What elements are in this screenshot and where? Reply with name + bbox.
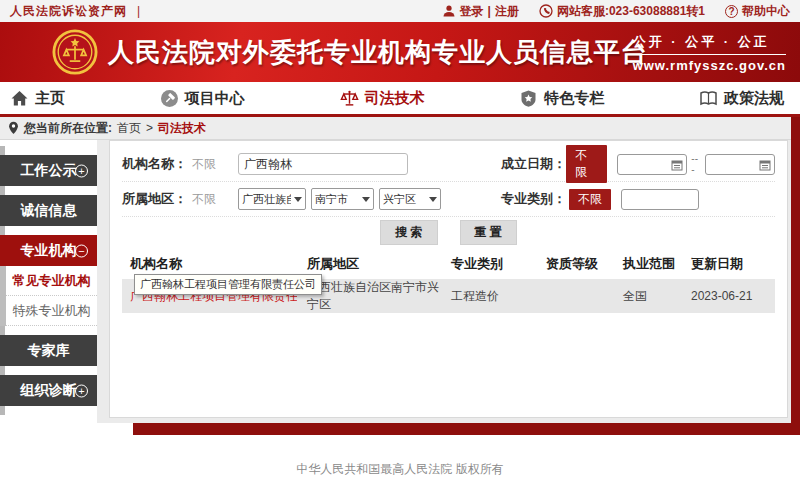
cell-updated: 2023-06-21 (687, 279, 775, 313)
sidebar-item-label: 专家库 (28, 342, 70, 360)
divider (0, 406, 5, 415)
user-icon (442, 4, 456, 18)
date-from-input[interactable] (617, 154, 687, 175)
submenu-item-common-orgs[interactable]: 常见专业机构 (6, 266, 97, 296)
nav-item-home[interactable]: 主页 (10, 89, 65, 108)
col-header-grade: 资质等级 (542, 249, 617, 279)
main-nav: 主页 项目中心 司法技术 特色专栏 政策法规 (0, 82, 800, 117)
category-input[interactable] (621, 189, 699, 210)
reset-button[interactable]: 重 置 (460, 220, 517, 245)
cell-grade (542, 279, 617, 313)
book-icon (699, 89, 718, 108)
district-select[interactable]: 兴宁区 (379, 188, 441, 210)
sidebar-item-label: 专业机构 (21, 242, 77, 260)
calendar-icon (671, 159, 683, 171)
sidebar-item-label: 组织诊断 (21, 382, 77, 400)
divider (133, 423, 800, 435)
nav-label: 司法技术 (365, 89, 425, 108)
nav-item-policy[interactable]: 政策法规 (699, 89, 784, 108)
help-group[interactable]: ? 帮助中心 (725, 3, 790, 20)
breadcrumb: 您当前所在位置: 首页 > 司法技术 (0, 117, 800, 140)
page: 人民法院诉讼资产网 | 登录 | 注册 网站客服:023-63088881转1 … (0, 0, 800, 484)
top-utility-bar: 人民法院诉讼资产网 | 登录 | 注册 网站客服:023-63088881转1 … (0, 0, 800, 22)
submenu-item-special-orgs[interactable]: 特殊专业机构 (6, 296, 97, 326)
region-group: 所属地区： 不限 广西壮族自治 南宁市 兴宁区 (122, 188, 446, 210)
org-name-unlimited[interactable]: 不限 (192, 156, 216, 173)
province-select[interactable]: 广西壮族自治 (238, 188, 306, 210)
login-link[interactable]: 登录 (460, 3, 484, 20)
category-group: 专业类别： 不限 (501, 189, 775, 210)
hotline-group: 网站客服:023-63088881转1 (539, 3, 705, 20)
nav-label: 项目中心 (185, 89, 245, 108)
register-link[interactable]: 注册 (495, 3, 519, 20)
cell-category: 工程造价 (447, 279, 542, 313)
expand-icon[interactable]: + (75, 384, 88, 397)
breadcrumb-separator: > (146, 121, 153, 135)
content-body: 工作公示 + 诚信信息 专业机构 − 常见专业机构 特殊专业机构 专家库 (0, 140, 800, 423)
divider: | (137, 4, 140, 18)
form-row-2: 所属地区： 不限 广西壮族自治 南宁市 兴宁区 专业类别： 不限 (122, 182, 775, 217)
sidebar-item-expert-library[interactable]: 专家库 (0, 335, 97, 366)
province-value: 广西壮族自治 (242, 192, 291, 207)
sidebar-item-professional-orgs[interactable]: 专业机构 − (0, 235, 97, 266)
divider (0, 186, 5, 195)
nav-label: 主页 (35, 89, 65, 108)
col-header-updated: 更新日期 (687, 249, 775, 279)
nav-item-project-center[interactable]: 项目中心 (160, 89, 245, 108)
region-label: 所属地区： (122, 190, 192, 208)
button-row: 搜 索 重 置 (122, 217, 775, 247)
date-unlimited-badge[interactable]: 不限 (566, 145, 607, 183)
chevron-down-icon (362, 197, 370, 202)
divider (791, 117, 800, 435)
calendar-icon (759, 159, 771, 171)
gavel-icon (160, 89, 179, 108)
divider (0, 366, 5, 375)
date-range-separator: --- (691, 153, 701, 175)
slogan-text: 公开 · 公平 · 公正 (633, 33, 786, 55)
col-header-scope: 执业范围 (617, 249, 687, 279)
city-select[interactable]: 南宁市 (311, 188, 374, 210)
sidebar-item-integrity-info[interactable]: 诚信信息 (0, 195, 97, 226)
nav-item-featured[interactable]: 特色专栏 (519, 89, 604, 108)
divider (0, 326, 5, 335)
date-label: 成立日期： (501, 155, 566, 173)
topbar-links: 登录 | 注册 网站客服:023-63088881转1 ? 帮助中心 (428, 3, 790, 20)
header-banner: 人民法院对外委托专业机构专业人员信息平台 公开 · 公平 · 公正 www.rm… (0, 22, 800, 82)
founding-date-group: 成立日期： 不限 --- (501, 145, 775, 183)
sidebar-item-org-diagnosis[interactable]: 组织诊断 + (0, 375, 97, 406)
city-value: 南宁市 (315, 192, 359, 207)
main-column: 机构名称： 不限 成立日期： 不限 --- (97, 140, 800, 423)
search-button[interactable]: 搜 索 (380, 220, 437, 245)
collapse-icon[interactable]: − (75, 244, 88, 257)
sidebar-item-work-public[interactable]: 工作公示 + (0, 155, 97, 186)
phone-icon (539, 4, 553, 18)
cell-scope: 全国 (617, 279, 687, 313)
date-to-input[interactable] (705, 154, 775, 175)
category-unlimited-badge[interactable]: 不限 (569, 189, 611, 210)
location-pin-icon (8, 121, 19, 135)
expand-icon[interactable]: + (75, 164, 88, 177)
org-name-group: 机构名称： 不限 (122, 153, 408, 175)
help-link[interactable]: 帮助中心 (742, 3, 790, 20)
nav-label: 特色专栏 (544, 89, 604, 108)
breadcrumb-current: 司法技术 (158, 120, 206, 137)
shield-star-icon (519, 89, 538, 108)
category-label: 专业类别： (501, 190, 569, 208)
district-value: 兴宁区 (383, 192, 426, 207)
search-panel: 机构名称： 不限 成立日期： 不限 --- (109, 140, 788, 418)
nav-item-judicial-tech[interactable]: 司法技术 (340, 89, 425, 108)
banner-right-block: 公开 · 公平 · 公正 www.rmfysszc.gov.cn (633, 33, 786, 73)
org-name-input[interactable] (238, 153, 408, 175)
copyright-text: 中华人民共和国最高人民法院 版权所有 (296, 461, 503, 478)
org-name-label: 机构名称： (122, 155, 192, 173)
platform-title: 人民法院对外委托专业机构专业人员信息平台 (108, 35, 648, 70)
breadcrumb-home[interactable]: 首页 (117, 120, 141, 137)
org-name-tooltip: 广西翰林工程项目管理有限责任公司 (134, 274, 322, 295)
court-emblem-icon (52, 29, 98, 75)
region-unlimited[interactable]: 不限 (192, 191, 216, 208)
sidebar-item-label: 工作公示 (21, 162, 77, 180)
site-url: www.rmfysszc.gov.cn (633, 58, 786, 73)
breadcrumb-prefix: 您当前所在位置: (24, 120, 112, 137)
divider: | (488, 4, 491, 18)
site-name[interactable]: 人民法院诉讼资产网 (10, 3, 127, 20)
